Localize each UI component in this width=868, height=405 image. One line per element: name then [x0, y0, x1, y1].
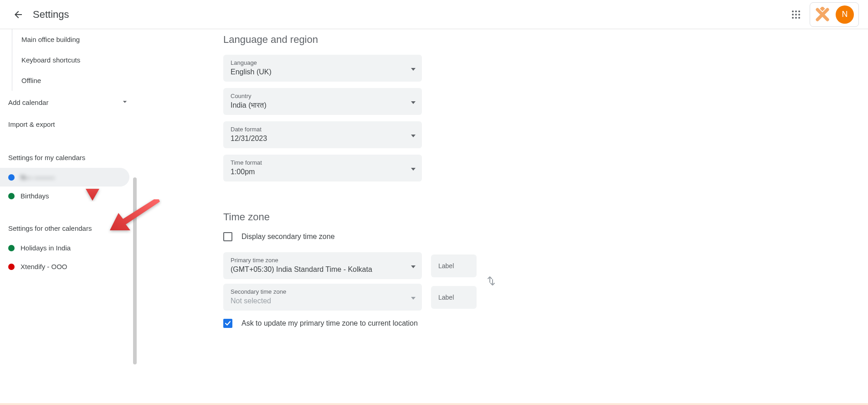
- avatar-letter: N: [842, 10, 848, 19]
- display-secondary-checkbox[interactable]: [223, 232, 232, 241]
- page-title: Settings: [33, 9, 69, 21]
- field-label: Primary time zone: [231, 257, 415, 264]
- primary-tz-label-input[interactable]: Label: [431, 254, 477, 277]
- sidebar-item-import-export[interactable]: Import & export: [0, 114, 137, 135]
- back-button[interactable]: [9, 5, 27, 24]
- label-placeholder: Label: [438, 294, 469, 301]
- field-label: Date format: [231, 126, 415, 133]
- chevron-down-icon: [120, 97, 129, 108]
- calendar-item-holidays-india[interactable]: Holidays in India: [0, 239, 129, 257]
- sidebar-item-offline[interactable]: Offline: [12, 70, 137, 91]
- calendar-label: Birthdays: [21, 192, 49, 200]
- sidebar: Main office building Keyboard shortcuts …: [0, 29, 137, 405]
- header-right: N: [787, 2, 859, 27]
- caret-down-icon: [411, 64, 416, 73]
- arrow-left-icon: [13, 9, 24, 20]
- secondary-tz-row: Secondary time zone Not selected Label: [223, 284, 841, 311]
- secondary-timezone-dropdown: Secondary time zone Not selected: [223, 284, 422, 311]
- primary-timezone-dropdown[interactable]: Primary time zone (GMT+05:30) India Stan…: [223, 252, 422, 279]
- bottom-accent-bar: [0, 403, 868, 405]
- apps-grid-icon: [791, 10, 801, 19]
- calendar-item-primary[interactable]: N— ———: [0, 168, 129, 187]
- calendar-color-dot: [8, 174, 15, 181]
- main-content: Language and region Language English (UK…: [137, 29, 868, 405]
- xtendify-logo-icon[interactable]: [815, 7, 830, 22]
- label-placeholder: Label: [438, 262, 469, 270]
- calendar-label: Holidays in India: [21, 244, 71, 252]
- field-value: (GMT+05:30) India Standard Time - Kolkat…: [231, 265, 415, 274]
- field-label: Language: [231, 59, 415, 66]
- svg-point-1: [795, 10, 797, 12]
- calendar-color-dot: [8, 193, 15, 199]
- ask-update-checkbox[interactable]: [223, 319, 232, 328]
- svg-point-2: [798, 10, 800, 12]
- display-secondary-tz-row: Display secondary time zone: [223, 232, 841, 241]
- svg-point-6: [792, 17, 794, 19]
- section-language-region: Language and region Language English (UK…: [223, 34, 841, 182]
- svg-point-5: [798, 14, 800, 16]
- field-value: 12/31/2023: [231, 135, 415, 143]
- date-format-dropdown[interactable]: Date format 12/31/2023: [223, 121, 422, 148]
- app-header: Settings N: [0, 0, 868, 29]
- swap-timezones-button[interactable]: [482, 272, 500, 290]
- caret-down-icon: [411, 164, 416, 172]
- ask-update-label: Ask to update my primary time zone to cu…: [241, 319, 418, 327]
- sidebar-heading-my-calendars: Settings for my calendars: [0, 147, 137, 168]
- field-label: Country: [231, 93, 415, 99]
- google-apps-button[interactable]: [787, 5, 805, 24]
- calendar-label: N— ———: [21, 173, 55, 181]
- section-time-zone: Time zone Display secondary time zone Pr…: [223, 211, 841, 328]
- svg-point-8: [798, 17, 800, 19]
- svg-point-3: [792, 14, 794, 16]
- field-label: Time format: [231, 159, 415, 166]
- calendar-item-birthdays[interactable]: Birthdays: [0, 187, 129, 205]
- avatar[interactable]: N: [836, 5, 854, 24]
- caret-down-icon: [411, 98, 416, 106]
- display-secondary-label: Display secondary time zone: [241, 233, 335, 241]
- heading-time-zone: Time zone: [223, 211, 841, 223]
- heading-language-region: Language and region: [223, 34, 841, 46]
- caret-down-icon: [411, 262, 416, 270]
- secondary-tz-label-input[interactable]: Label: [431, 286, 477, 309]
- ask-update-tz-row: Ask to update my primary time zone to cu…: [223, 319, 841, 328]
- sidebar-item-main-office[interactable]: Main office building: [12, 29, 137, 50]
- time-format-dropdown[interactable]: Time format 1:00pm: [223, 155, 422, 182]
- calendar-color-dot: [8, 245, 15, 251]
- calendar-color-dot: [8, 264, 15, 270]
- calendar-label: Xtendify - OOO: [21, 263, 67, 270]
- sidebar-item-add-calendar[interactable]: Add calendar: [0, 91, 137, 114]
- sidebar-scrollbar[interactable]: [133, 177, 137, 364]
- swap-vertical-icon: [486, 275, 497, 286]
- field-value: 1:00pm: [231, 168, 415, 176]
- svg-point-4: [795, 14, 797, 16]
- calendar-item-xtendify-ooo[interactable]: Xtendify - OOO: [0, 257, 129, 276]
- field-value: Not selected: [231, 297, 415, 305]
- caret-down-icon: [411, 131, 416, 139]
- primary-tz-row: Primary time zone (GMT+05:30) India Stan…: [223, 252, 841, 279]
- sidebar-heading-other-calendars: Settings for other calendars: [0, 218, 137, 239]
- field-label: Secondary time zone: [231, 288, 415, 295]
- svg-point-0: [792, 10, 794, 12]
- caret-down-icon: [411, 293, 416, 301]
- sidebar-item-keyboard-shortcuts[interactable]: Keyboard shortcuts: [12, 50, 137, 70]
- field-value: English (UK): [231, 68, 415, 76]
- field-value: India (भारत): [231, 101, 415, 109]
- svg-point-7: [795, 17, 797, 19]
- country-dropdown[interactable]: Country India (भारत): [223, 88, 422, 115]
- language-dropdown[interactable]: Language English (UK): [223, 55, 422, 82]
- extension-box: N: [810, 2, 859, 27]
